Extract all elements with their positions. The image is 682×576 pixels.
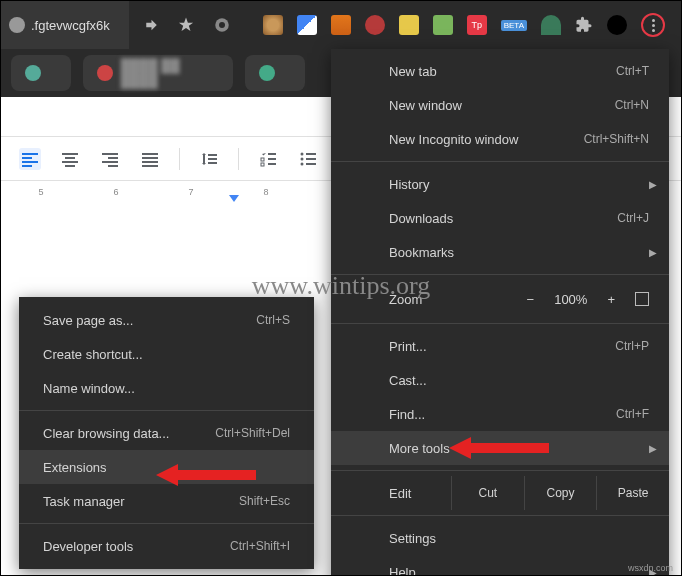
browser-tab[interactable] [245,55,305,91]
menu-new-incognito[interactable]: New Incognito windowCtrl+Shift+N [331,122,669,156]
svg-point-26 [301,152,304,155]
menu-save-page[interactable]: Save page as...Ctrl+S [19,303,314,337]
menu-separator [331,515,669,516]
chrome-menu-button[interactable] [641,13,665,37]
menu-history[interactable]: History▶ [331,167,669,201]
site-fav-icon [9,17,25,33]
svg-rect-9 [65,165,75,167]
profile-avatar[interactable] [607,15,627,35]
ext-red-icon[interactable] [365,15,385,35]
align-right-icon[interactable] [99,148,121,170]
svg-rect-22 [268,158,276,160]
camera-icon[interactable] [213,16,231,34]
extension-icons-row: Tp BETA [263,1,665,49]
edit-cut[interactable]: Cut [451,476,524,510]
menu-create-shortcut[interactable]: Create shortcut... [19,337,314,371]
zoom-in-button[interactable]: + [607,292,615,307]
browser-top-bar: .fgtevwcgfx6k Tp BETA [1,1,681,49]
annotation-arrow [156,461,256,489]
align-left-icon[interactable] [19,148,41,170]
chrome-main-menu: New tabCtrl+T New windowCtrl+N New Incog… [331,49,669,576]
footer-credit: wsxdn.com [628,563,673,573]
align-center-icon[interactable] [59,148,81,170]
checklist-icon[interactable] [257,148,279,170]
menu-developer-tools[interactable]: Developer toolsCtrl+Shift+I [19,529,314,563]
svg-rect-20 [208,162,217,164]
svg-rect-7 [65,157,75,159]
browser-tab[interactable]: ████ ██ ████ [83,55,233,91]
menu-find[interactable]: Find...Ctrl+F [331,397,669,431]
svg-point-27 [301,157,304,160]
svg-rect-24 [261,158,264,161]
bullet-list-icon[interactable] [297,148,319,170]
menu-bookmarks[interactable]: Bookmarks▶ [331,235,669,269]
ext-green-icon[interactable] [433,15,453,35]
menu-help[interactable]: Help▶ [331,555,669,576]
browser-tab[interactable] [11,55,71,91]
menu-edit-row: Edit Cut Copy Paste [331,476,669,510]
ext-tp-icon[interactable]: Tp [467,15,487,35]
menu-separator [331,323,669,324]
chevron-right-icon: ▶ [649,247,657,258]
menu-task-manager[interactable]: Task managerShift+Esc [19,484,314,518]
menu-new-window[interactable]: New windowCtrl+N [331,88,669,122]
ext-cookie-icon[interactable] [263,15,283,35]
menu-downloads[interactable]: DownloadsCtrl+J [331,201,669,235]
more-tools-submenu: Save page as...Ctrl+S Create shortcut...… [19,297,314,569]
menu-separator [331,161,669,162]
svg-rect-25 [261,163,264,166]
svg-point-1 [219,22,225,28]
address-bar[interactable]: .fgtevwcgfx6k [1,1,129,49]
ext-translate-icon[interactable] [297,15,317,35]
svg-rect-2 [22,153,38,155]
menu-separator [331,274,669,275]
svg-rect-21 [268,153,276,155]
chevron-right-icon: ▶ [649,179,657,190]
menu-clear-browsing-data[interactable]: Clear browsing data...Ctrl+Shift+Del [19,416,314,450]
beta-badge[interactable]: BETA [501,20,527,31]
align-justify-icon[interactable] [139,148,161,170]
annotation-arrow [449,434,549,462]
menu-new-tab[interactable]: New tabCtrl+T [331,54,669,88]
svg-rect-30 [306,158,316,160]
svg-rect-12 [102,161,118,163]
svg-rect-6 [62,153,78,155]
svg-rect-29 [306,153,316,155]
menu-cast[interactable]: Cast... [331,363,669,397]
menu-settings[interactable]: Settings [331,521,669,555]
svg-rect-16 [142,161,158,163]
indent-marker[interactable] [229,195,239,202]
share-icon[interactable] [141,16,159,34]
edit-paste[interactable]: Paste [596,476,669,510]
svg-rect-19 [208,158,217,160]
line-spacing-icon[interactable] [198,148,220,170]
svg-point-28 [301,162,304,165]
svg-rect-14 [142,153,158,155]
ext-metamask-icon[interactable] [331,15,351,35]
fullscreen-icon[interactable] [635,292,649,306]
svg-rect-31 [306,163,316,165]
svg-rect-3 [22,157,32,159]
svg-marker-33 [449,437,549,459]
zoom-out-button[interactable]: − [527,292,535,307]
ext-yellow-icon[interactable] [399,15,419,35]
svg-rect-11 [108,157,118,159]
ext-green2-icon[interactable] [541,15,561,35]
svg-rect-15 [142,157,158,159]
edit-copy[interactable]: Copy [524,476,597,510]
svg-rect-5 [22,165,32,167]
svg-rect-23 [268,163,276,165]
url-text: .fgtevwcgfx6k [31,18,110,33]
extensions-puzzle-icon[interactable] [575,16,593,34]
menu-name-window[interactable]: Name window... [19,371,314,405]
svg-rect-10 [102,153,118,155]
zoom-value: 100% [554,292,587,307]
menu-zoom: Zoom − 100% + [331,280,669,318]
svg-rect-17 [142,165,158,167]
star-icon[interactable] [177,16,195,34]
address-bar-icons [129,16,243,34]
svg-rect-18 [208,154,217,156]
svg-marker-32 [156,464,256,486]
svg-rect-8 [62,161,78,163]
menu-print[interactable]: Print...Ctrl+P [331,329,669,363]
